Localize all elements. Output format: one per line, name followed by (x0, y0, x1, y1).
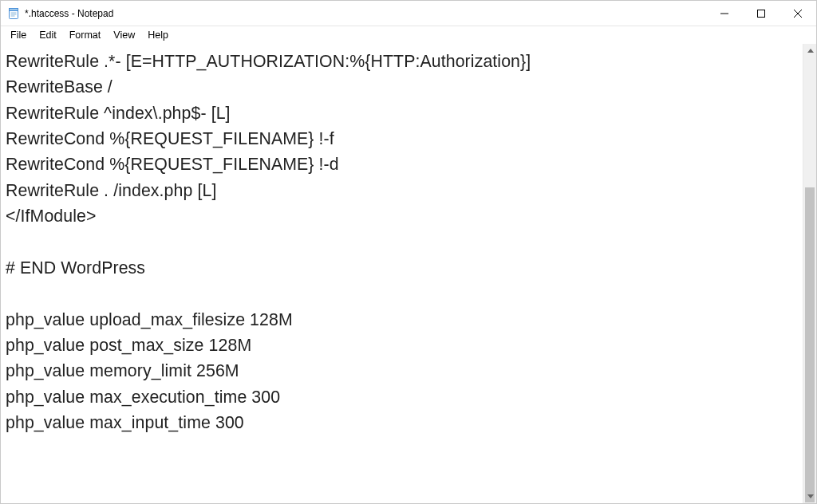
menu-edit[interactable]: Edit (33, 28, 63, 42)
window-controls (706, 1, 816, 26)
vertical-scrollbar[interactable] (803, 44, 816, 503)
scrollbar-thumb[interactable] (805, 187, 815, 502)
maximize-button[interactable] (743, 1, 780, 26)
svg-rect-1 (10, 8, 18, 10)
notepad-window: *.htaccess - Notepad File Edit Format Vi… (0, 0, 817, 504)
close-button[interactable] (780, 1, 816, 26)
scroll-up-arrow[interactable] (803, 44, 817, 57)
title-bar[interactable]: *.htaccess - Notepad (1, 1, 816, 26)
scroll-down-arrow[interactable] (803, 490, 817, 503)
menu-view[interactable]: View (107, 28, 141, 42)
menu-bar: File Edit Format View Help (1, 26, 816, 44)
notepad-icon (7, 7, 20, 20)
menu-help[interactable]: Help (141, 28, 175, 42)
svg-rect-6 (758, 10, 765, 17)
menu-file[interactable]: File (4, 28, 33, 42)
minimize-button[interactable] (706, 1, 743, 26)
editor-wrap: RewriteRule .*- [E=HTTP_AUTHORIZATION:%{… (1, 44, 816, 503)
menu-format[interactable]: Format (63, 28, 108, 42)
window-title: *.htaccess - Notepad (25, 8, 113, 19)
editor-area[interactable]: RewriteRule .*- [E=HTTP_AUTHORIZATION:%{… (1, 44, 803, 503)
